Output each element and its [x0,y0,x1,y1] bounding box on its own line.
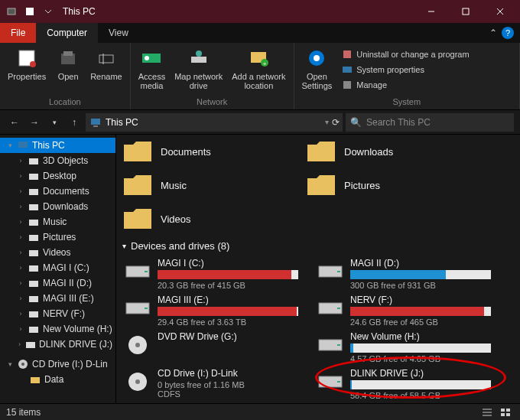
tiles-view-button[interactable] [497,405,514,419]
chevron-right-icon[interactable]: › [17,203,24,210]
back-button[interactable]: ← [6,114,23,131]
chevron-right-icon[interactable]: › [17,279,24,287]
folder-tile[interactable]: Downloads [306,138,459,165]
nav-item[interactable]: › Pictures [0,230,115,245]
svg-point-56 [135,379,140,384]
chevron-right-icon[interactable]: › [17,295,24,302]
drive-icon [317,368,344,396]
folder-icon [28,170,40,182]
add-network-location-button[interactable]: + Add a network location [229,44,288,96]
thispc-icon [89,116,102,129]
drive-tile[interactable]: New Volume (H:) 4.57 GB free of 4.65 GB [315,330,492,365]
drive-tile[interactable]: DVD RW Drive (G:) [122,330,300,365]
folder-tile[interactable]: Pictures [306,171,459,199]
nav-item[interactable]: › MAGI III (E:) [0,291,115,306]
drive-icon [317,258,344,285]
open-button[interactable]: Open [52,44,84,96]
rename-button[interactable]: Rename [87,44,125,96]
search-icon: 🔍 [350,117,362,128]
nav-item[interactable]: › MAGI II (D:) [0,275,115,291]
svg-rect-26 [18,142,28,148]
svg-rect-63 [506,409,510,412]
tab-computer[interactable]: Computer [36,23,98,43]
tab-file[interactable]: File [0,23,36,43]
drive-tile[interactable]: CD Drive (I:) D-Link 0 bytes free of 1.1… [122,366,300,402]
nav-item[interactable]: › Desktop [0,168,115,184]
nav-item[interactable]: › Videos [0,245,115,260]
chevron-right-icon[interactable]: › [17,233,24,241]
svg-rect-1 [26,8,34,15]
title-bar: This PC [0,0,520,23]
close-button[interactable] [483,0,517,23]
nav-item[interactable]: › Music [0,214,115,230]
folder-icon [28,323,40,335]
drive-tile[interactable]: MAGI I (C:) 20.3 GB free of 415 GB [122,256,300,291]
system-properties-button[interactable]: System properties [338,63,472,77]
svg-rect-44 [145,271,148,272]
ribbon-collapse-icon[interactable]: ⌃ [489,28,497,38]
chevron-down-icon[interactable]: ▾ [6,360,14,368]
svg-point-7 [30,61,36,67]
uninstall-button[interactable]: Uninstall or change a program [338,47,472,61]
folder-icon [28,262,40,274]
svg-rect-32 [29,235,38,241]
chevron-right-icon[interactable]: › [17,187,24,195]
forward-button[interactable]: → [26,114,43,131]
nav-item[interactable]: › MAGI I (C:) [0,260,115,275]
group-location-label: Location [5,96,125,108]
qat-dropdown-icon[interactable] [40,3,57,20]
devices-header[interactable]: ▾ Devices and drives (8) [122,240,514,252]
capacity-bar [158,270,298,279]
svg-point-41 [21,363,24,366]
access-media-button[interactable]: Access media [135,44,168,96]
drive-tile[interactable]: DLINK DRIVE (J:) 58.4 GB free of 58.5 GB [315,366,492,402]
drive-tile[interactable]: MAGI III (E:) 29.4 GB free of 3.63 TB [122,293,300,328]
chevron-right-icon[interactable]: › [17,325,24,333]
nav-this-pc[interactable]: ▾ This PC [0,138,115,153]
open-settings-button[interactable]: Open Settings [299,44,336,96]
drive-tile[interactable]: NERV (F:) 24.6 GB free of 465 GB [315,293,492,328]
nav-item[interactable]: › Documents [0,184,115,199]
refresh-button[interactable]: ⟳ [332,117,340,128]
qat-properties-icon[interactable] [21,3,38,20]
minimize-button[interactable] [414,0,448,23]
svg-rect-46 [337,271,340,272]
chevron-right-icon[interactable]: › [17,157,24,164]
up-button[interactable]: ↑ [66,114,83,131]
svg-rect-33 [29,250,38,256]
details-view-button[interactable] [479,405,496,419]
chevron-right-icon[interactable]: › [17,264,24,272]
help-icon[interactable]: ? [502,27,514,39]
nav-cd-data[interactable]: Data [0,372,115,387]
map-network-drive-button[interactable]: Map network drive [171,44,226,96]
nav-item[interactable]: › NERV (F:) [0,306,115,321]
chevron-right-icon[interactable]: › [17,340,22,348]
navigation-pane: ▾ This PC › 3D Objects› Desktop› Documen… [0,135,116,403]
properties-button[interactable]: Properties [5,44,49,96]
nav-cd-drive[interactable]: ▾ CD Drive (I:) D-Lin [0,357,115,372]
folder-tile[interactable]: Videos [122,205,275,233]
chevron-right-icon[interactable]: › [17,249,24,256]
folder-tile[interactable]: Documents [122,138,275,165]
recent-dropdown-icon[interactable]: ▾ [46,114,63,131]
nav-item[interactable]: › DLINK DRIVE (J:) [0,337,115,352]
nav-item[interactable]: › Downloads [0,199,115,214]
disc-icon [17,358,29,370]
capacity-bar [350,380,491,389]
folder-tile[interactable]: Music [122,171,275,199]
address-dropdown-icon[interactable]: ▾ [325,118,329,126]
chevron-right-icon[interactable]: › [17,218,24,226]
thispc-icon [17,139,29,151]
address-box[interactable]: This PC ▾ ⟳ [86,113,343,132]
rename-icon [94,46,119,70]
nav-item[interactable]: › 3D Objects [0,153,115,168]
manage-button[interactable]: Manage [338,78,472,92]
maximize-button[interactable] [448,0,483,23]
chevron-down-icon[interactable]: ▾ [6,142,14,149]
tab-view[interactable]: View [98,23,139,43]
drive-tile[interactable]: MAGI II (D:) 300 GB free of 931 GB [315,256,492,291]
search-box[interactable]: 🔍 Search This PC [346,113,514,132]
chevron-right-icon[interactable]: › [17,172,24,180]
nav-item[interactable]: › New Volume (H:) [0,321,115,337]
chevron-right-icon[interactable]: › [17,310,24,317]
